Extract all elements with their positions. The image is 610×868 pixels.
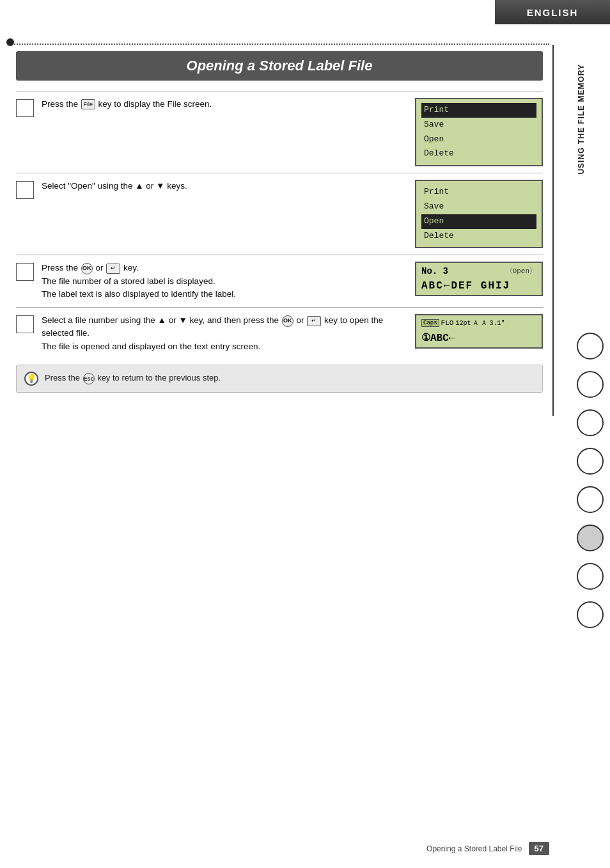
page-bottom-label: Opening a Stored Label File [426,844,522,853]
label-display-text: ABC←DEF GHIJ [421,280,536,292]
bottom-bar: Opening a Stored Label File 57 [10,842,549,855]
step-3-screen: No. 3 〈Open〉 ABC←DEF GHIJ [415,262,543,296]
esc-key-icon: Esc [83,373,95,384]
circle-2 [577,371,604,398]
section-title-box: Opening a Stored Label File [16,51,543,81]
step-2-text: Select "Open" using the ▲ or ▼ keys. [42,180,407,193]
step-4-screen: Caps FLO 12pt Ａ Ａ 3.1" ①ABC← [415,314,543,349]
open-tag: 〈Open〉 [506,266,536,276]
step-2-screen: Print Save Open Delete [415,180,543,248]
menu-save: Save [421,118,536,132]
menu-print-selected: Print [421,103,536,118]
circle-4 [577,448,604,475]
circle-7 [577,563,604,590]
circle-1 [577,333,604,359]
page-title: Opening a Stored Label File [29,58,530,74]
tip-box: 💡 Press the Esc key to return to the pre… [16,365,543,393]
font-b-indicator: Ａ [481,319,487,327]
status-row: Caps FLO 12pt Ａ Ａ 3.1" [421,319,536,327]
circle-8 [577,601,604,628]
bullet-circle [6,38,14,46]
circle-6-filled [577,525,604,551]
ok-key-icon-2: OK [282,315,293,327]
step-1-row: Press the File key to display the File s… [16,91,543,173]
step-4-text: Select a file number using the ▲ or ▼ ke… [42,314,407,353]
ok-key-icon: OK [81,263,93,274]
circle-5 [577,486,604,513]
no-label: No. 3 [421,266,448,276]
top-header: ENGLISH [495,0,610,24]
menu-delete: Delete [421,146,536,161]
sidebar-label: USING THE FILE MEMORY [577,64,586,175]
step-3-image: No. 3 〈Open〉 ABC←DEF GHIJ [415,262,543,296]
menu2-save: Save [421,200,536,214]
step-3-text: Press the OK or ↵ key. The file number o… [42,262,407,301]
page-number: 57 [529,842,549,855]
step-2-image: Print Save Open Delete [415,180,543,248]
size-indicator: 3.1" [489,320,504,327]
menu2-open-selected: Open [421,214,536,229]
tip-text: Press the Esc key to return to the previ… [45,373,221,384]
enter-key-icon: ↵ [106,264,120,274]
step-4-number [16,315,34,333]
fl-indicator: FLO [441,319,454,327]
menu2-delete: Delete [421,229,536,244]
step-1-image: Print Save Open Delete [415,98,543,166]
caps-indicator: Caps [421,319,439,327]
tip-bulb-icon: 💡 [24,372,38,386]
step-1-text: Press the File key to display the File s… [42,98,407,111]
step-3-row: Press the OK or ↵ key. The file number o… [16,255,543,307]
circle-3 [577,409,604,436]
menu-open: Open [421,132,536,147]
step-1-number [16,99,34,117]
menu2-print: Print [421,185,536,200]
sidebar-circles [577,333,604,628]
entry-text: ①ABC← [421,331,536,344]
file-key-icon: File [81,99,95,109]
main-content: Opening a Stored Label File Press the Fi… [10,51,549,393]
step-4-image: Caps FLO 12pt Ａ Ａ 3.1" ①ABC← [415,314,543,349]
step-2-row: Select "Open" using the ▲ or ▼ keys. Pri… [16,173,543,255]
step-3-number [16,263,34,281]
step-4-row: Select a file number using the ▲ or ▼ ke… [16,307,543,359]
step-3-top-line: No. 3 〈Open〉 [421,266,536,276]
dotted-separator [10,43,549,45]
enter-key-icon-2: ↵ [307,316,321,326]
language-label: ENGLISH [527,7,579,18]
step-1-screen: Print Save Open Delete [415,98,543,166]
pt-indicator: 12pt [455,320,471,327]
font-a-indicator: Ａ [473,319,479,327]
step-2-number [16,181,34,199]
